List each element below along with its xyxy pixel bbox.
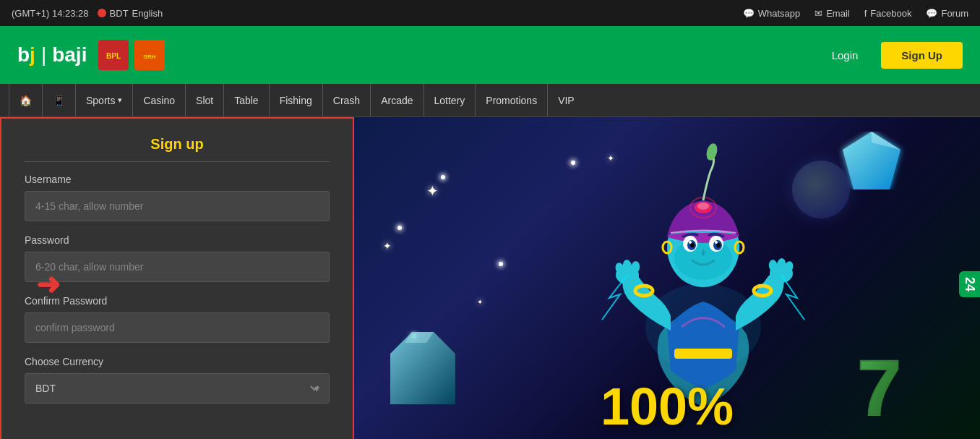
slot-number-seven: 7 xyxy=(850,339,937,429)
top-bar: (GMT+1) 14:23:28 BDT English 💬 Whatsapp … xyxy=(0,0,980,26)
logo[interactable]: bj | baji xyxy=(17,43,87,67)
currency-group: Choose Currency BDT USD EUR INR ▾ xyxy=(25,356,330,404)
form-title: Sign up xyxy=(25,136,330,162)
top-bar-left: (GMT+1) 14:23:28 BDT English xyxy=(12,8,163,19)
whatsapp-label: Whatsapp xyxy=(758,8,801,19)
header-left: bj | baji BPL SRH xyxy=(17,40,165,70)
svg-text:BPL: BPL xyxy=(106,52,121,60)
casino-label: Casino xyxy=(143,95,175,106)
support-24-badge[interactable]: 24 xyxy=(959,270,980,297)
sports-label: Sports xyxy=(86,95,115,106)
svg-rect-7 xyxy=(674,349,732,359)
forum-label: Forum xyxy=(941,8,968,19)
confirm-password-group: Confirm Password xyxy=(25,295,330,343)
email-icon: ✉ xyxy=(814,8,822,19)
currency-indicator: BDT xyxy=(110,8,129,19)
facebook-label: Facebook xyxy=(870,8,911,19)
whatsapp-link[interactable]: 💬 Whatsapp xyxy=(743,8,801,19)
lottery-label: Lottery xyxy=(434,95,465,106)
nav-crash[interactable]: Crash xyxy=(323,84,371,116)
signup-button[interactable]: Sign Up xyxy=(881,42,963,69)
nav-casino[interactable]: Casino xyxy=(133,84,186,116)
currency-select[interactable]: BDT USD EUR INR xyxy=(25,373,330,404)
percent-label: 100% xyxy=(601,378,734,435)
nav-slot[interactable]: Slot xyxy=(186,84,224,116)
currency-label: Choose Currency xyxy=(25,356,330,367)
nav-mobile[interactable]: 📱 xyxy=(43,84,76,116)
svg-text:7: 7 xyxy=(857,343,901,426)
svg-point-22 xyxy=(697,203,709,210)
nav-lottery[interactable]: Lottery xyxy=(424,84,476,116)
header: bj | baji BPL SRH Login Sign Up xyxy=(0,26,980,84)
mobile-icon: 📱 xyxy=(53,95,65,106)
nav-vip[interactable]: VIP xyxy=(548,84,585,116)
team-badge-1: BPL xyxy=(98,40,129,70)
arrow-indicator: ➜ xyxy=(36,268,61,301)
top-bar-lang[interactable]: BDT English xyxy=(98,8,163,19)
nav-sports[interactable]: Sports ▾ xyxy=(76,84,133,116)
crystal-bottom-left xyxy=(390,332,455,407)
flag-icon xyxy=(98,9,106,17)
team-badges: BPL SRH xyxy=(98,40,165,70)
svg-text:SRH: SRH xyxy=(144,54,156,60)
main-content: ➜ Sign up Username Password Confirm Pass… xyxy=(0,117,980,439)
username-group: Username xyxy=(25,174,330,221)
header-right: Login Sign Up xyxy=(817,42,963,69)
username-input[interactable] xyxy=(25,191,330,221)
confirm-password-input[interactable] xyxy=(25,312,330,343)
facebook-link[interactable]: f Facebook xyxy=(864,8,912,19)
logo-baji-text: baji xyxy=(52,43,87,67)
confirm-password-label: Confirm Password xyxy=(25,295,330,307)
login-button[interactable]: Login xyxy=(817,43,873,67)
support-24-number: 24 xyxy=(963,276,977,291)
facebook-icon: f xyxy=(864,8,867,19)
team-badge-2: SRH xyxy=(134,40,165,70)
time-display: (GMT+1) 14:23:28 xyxy=(12,8,89,19)
svg-point-24 xyxy=(705,142,719,162)
home-icon: 🏠 xyxy=(20,95,32,106)
nav-fishing[interactable]: Fishing xyxy=(270,84,323,116)
currency-select-wrapper: BDT USD EUR INR ▾ xyxy=(25,373,330,404)
logo-bj-text: bj xyxy=(17,43,35,67)
hero-percent-text: 100% xyxy=(601,377,734,436)
top-bar-right: 💬 Whatsapp ✉ Email f Facebook 💬 Forum xyxy=(743,8,968,19)
language-indicator: English xyxy=(132,8,163,19)
whatsapp-icon: 💬 xyxy=(743,8,755,19)
sports-arrow-icon: ▾ xyxy=(118,95,122,105)
nav-arcade[interactable]: Arcade xyxy=(371,84,424,116)
table-label: Table xyxy=(234,95,258,106)
vip-label: VIP xyxy=(558,95,575,106)
username-label: Username xyxy=(25,174,330,185)
email-link[interactable]: ✉ Email xyxy=(814,8,850,19)
forum-icon: 💬 xyxy=(926,8,937,19)
nav-table[interactable]: Table xyxy=(224,84,269,116)
nav-items: 🏠 📱 Sports ▾ Casino Slot Table Fishing C… xyxy=(9,84,585,116)
navigation: 🏠 📱 Sports ▾ Casino Slot Table Fishing C… xyxy=(0,84,980,117)
nav-promotions[interactable]: Promotions xyxy=(476,84,548,116)
nav-home[interactable]: 🏠 xyxy=(9,84,43,116)
crash-label: Crash xyxy=(333,95,360,106)
svg-point-32 xyxy=(715,241,718,244)
hero-banner: ✦ ✦ ✦ ✦ xyxy=(354,117,980,439)
arcade-label: Arcade xyxy=(381,95,413,106)
password-input[interactable] xyxy=(25,252,330,282)
logo-separator: | xyxy=(41,43,46,67)
fishing-label: Fishing xyxy=(280,95,312,106)
email-label: Email xyxy=(826,8,850,19)
forum-link[interactable]: 💬 Forum xyxy=(926,8,968,19)
promotions-label: Promotions xyxy=(486,95,537,106)
slot-label: Slot xyxy=(196,95,213,106)
password-label: Password xyxy=(25,234,330,246)
password-group: Password xyxy=(25,234,330,282)
svg-point-31 xyxy=(689,241,692,244)
